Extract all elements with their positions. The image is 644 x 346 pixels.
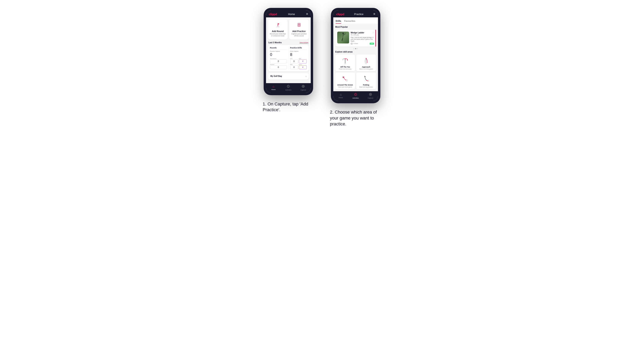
- svg-point-20: [346, 79, 348, 81]
- stats-period: Last 3 Months: [268, 41, 282, 44]
- svg-point-18: [366, 58, 366, 59]
- nav-home-2[interactable]: ⌂ Home: [333, 93, 348, 99]
- golf-bag-row[interactable]: My Golf Bag ›: [268, 73, 309, 80]
- svg-point-22: [346, 80, 346, 80]
- practice-content: Most Popular: [333, 24, 378, 91]
- stats-grid: Rounds Rounds Capture 0 Tournament 0: [270, 47, 307, 69]
- drill-footer: 9 shots APP: [351, 43, 374, 45]
- app-badge: APP: [370, 43, 374, 45]
- svg-point-1: [276, 26, 280, 27]
- rounds-col: Rounds Rounds Capture 0 Tournament 0: [270, 47, 287, 69]
- featured-drill-card[interactable]: Wedge Ladder 50–100 yds Play 1 shot at e…: [335, 30, 376, 47]
- skill-card-approach[interactable]: Approach Dial-in to hit the green: [356, 54, 376, 71]
- rounds-title: Rounds: [270, 47, 287, 50]
- putt-label: PUTT: [299, 64, 307, 65]
- svg-point-8: [342, 33, 344, 34]
- add-practice-desc: Capture your practice off-the-course: [291, 33, 307, 37]
- add-round-icon: [274, 22, 282, 29]
- putting-name: Putting: [363, 84, 369, 86]
- app-label: APP: [299, 58, 307, 59]
- activities-label-1: Activities: [285, 89, 292, 91]
- phone-frame-2: clippd Practice ≡ Drills Favourites Most…: [331, 8, 380, 103]
- putt-value: 4: [299, 65, 307, 69]
- nav-activities-2[interactable]: Activities: [348, 93, 363, 99]
- svg-point-14: [345, 58, 346, 59]
- skill-card-atg[interactable]: Around The Green Hone your short game: [335, 72, 355, 89]
- arg-label: ARG: [290, 64, 298, 65]
- ott-desc: Power and accuracy: [339, 68, 351, 70]
- practice-item: Practice 0: [270, 64, 287, 69]
- add-round-card[interactable]: Add Round Record your shots fast or enha…: [268, 19, 288, 39]
- action-cards: Add Round Record your shots fast or enha…: [268, 19, 309, 39]
- bottom-nav-2: ⌂ Home Activities: [333, 91, 378, 101]
- arg-item: ARG 0: [290, 64, 298, 69]
- rounds-sub-grid: Tournament 0 Practice 0: [270, 58, 287, 69]
- putting-icon-area: [362, 74, 370, 83]
- skill-grid: Off The Tee Power and accuracy: [335, 54, 376, 89]
- phone-frame-1: clippd Home ≡: [264, 8, 313, 95]
- rounds-capture-value: 0: [270, 52, 287, 57]
- svg-rect-0: [278, 23, 278, 26]
- home-label-2: Home: [338, 97, 343, 99]
- svg-point-12: [344, 63, 346, 64]
- app-logo-2: clippd: [336, 12, 344, 16]
- activities-label-2: Activities: [352, 97, 359, 99]
- practice-label: Practice: [270, 64, 287, 65]
- svg-point-15: [347, 60, 348, 60]
- menu-icon-1[interactable]: ≡: [306, 12, 308, 16]
- star-icon[interactable]: ☆: [372, 31, 374, 34]
- nav-capture-1[interactable]: Capture: [296, 85, 311, 91]
- golf-bag-label: My Golf Bag: [270, 75, 282, 77]
- tab-favourites[interactable]: Favourites: [344, 19, 356, 24]
- activities-icon-2: [354, 93, 357, 97]
- atg-desc: Hone your short game: [338, 86, 352, 88]
- tournament-label: Tournament: [270, 58, 287, 59]
- add-practice-card[interactable]: Add Practice Capture your practice off-t…: [289, 19, 309, 39]
- capture-icon-1: [302, 85, 305, 89]
- drills-title: Practice Drills: [290, 47, 307, 50]
- home-icon-2: ⌂: [340, 93, 342, 96]
- svg-point-27: [367, 80, 368, 81]
- drill-info: Wedge Ladder 50–100 yds Play 1 shot at e…: [351, 32, 374, 45]
- add-practice-icon: [296, 22, 302, 29]
- carousel-dots: [335, 48, 376, 49]
- app-item: APP 4: [299, 58, 307, 63]
- tournament-value: 0: [270, 59, 287, 63]
- nav-home-1[interactable]: ⌂ Home: [266, 85, 281, 91]
- skill-card-ott[interactable]: Off The Tee Power and accuracy: [335, 54, 355, 71]
- dot-1: [354, 48, 354, 49]
- tab-drills[interactable]: Drills: [336, 19, 341, 24]
- view-activity-link[interactable]: View Activity: [300, 42, 308, 43]
- nav-activities-1[interactable]: Activities: [281, 85, 296, 91]
- approach-desc: Dial-in to hit the green: [360, 68, 373, 70]
- dot-3: [357, 48, 358, 49]
- practice-row: Practice 0: [270, 64, 287, 69]
- rounds-capture-label: Rounds Capture: [270, 51, 287, 52]
- featured-red-bar: [376, 30, 376, 47]
- app-logo-1: clippd: [269, 12, 277, 16]
- app-header-1: clippd Home ≡: [266, 10, 311, 17]
- capture-label-2: Capture: [368, 97, 373, 99]
- arg-value: 0: [290, 65, 298, 69]
- header-title-1: Home: [288, 13, 295, 15]
- page-container: clippd Home ≡: [203, 8, 441, 127]
- drill-yards: 50–100 yds: [351, 34, 374, 36]
- drills-capture-value: 8: [290, 52, 307, 57]
- menu-icon-2[interactable]: ≡: [374, 12, 375, 16]
- putt-item: PUTT 4: [299, 64, 307, 69]
- dot-2: [355, 48, 356, 49]
- skill-card-putting[interactable]: Putting Make and lag practice: [356, 72, 376, 89]
- ott-value: 0: [290, 59, 298, 63]
- caption-2: 2. Choose which area of your game you wa…: [330, 109, 381, 127]
- atg-name: Around The Green: [337, 84, 353, 86]
- ott-name: Off The Tee: [340, 66, 350, 68]
- caption-1: 1. On Capture, tap 'Add Practice'.: [263, 101, 314, 113]
- approach-name: Approach: [362, 66, 370, 68]
- ott-item: OTT 0: [290, 58, 298, 63]
- drill-name: Wedge Ladder: [351, 32, 374, 34]
- header-title-2: Practice: [354, 13, 363, 15]
- drill-desc: Play 1 shot at each target yardage. If y…: [351, 36, 374, 42]
- svg-point-26: [366, 80, 367, 81]
- nav-capture-2[interactable]: Capture: [363, 93, 378, 99]
- svg-point-17: [365, 62, 367, 64]
